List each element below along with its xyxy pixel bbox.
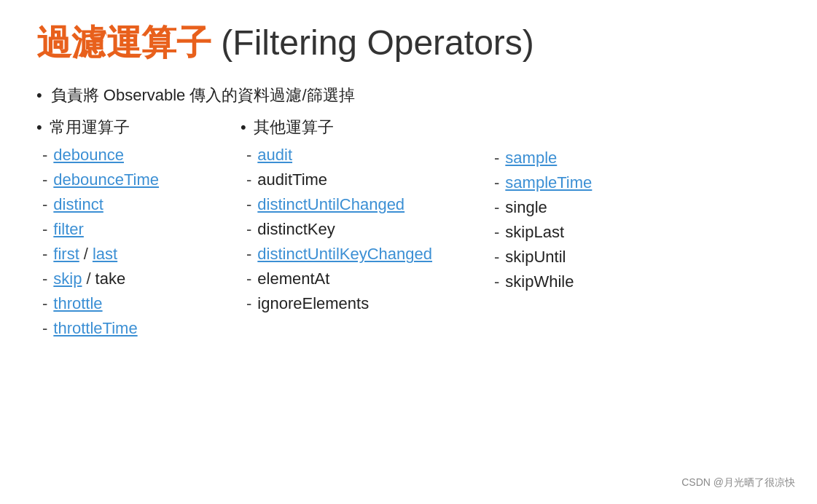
dash: - — [494, 223, 499, 242]
sample-link[interactable]: sample — [505, 149, 557, 168]
common-operators-label: 常用運算子 — [50, 117, 130, 138]
common-operators-column: • 常用運算子 - debounce - debounceTime - dist… — [36, 117, 241, 344]
dash: - — [494, 198, 499, 217]
common-operators-header: • 常用運算子 — [36, 117, 226, 138]
list-item-sample: - sample — [488, 149, 678, 168]
skipLast-text: skipLast — [505, 223, 564, 242]
page-title: 過濾運算子 (Filtering Operators) — [36, 22, 781, 64]
single-text: single — [505, 198, 547, 217]
dash: - — [246, 146, 251, 165]
skipWhile-text: skipWhile — [505, 272, 574, 291]
separator: / — [86, 269, 90, 288]
list-item-debounce: - debounce — [36, 146, 226, 165]
dash: - — [42, 245, 47, 264]
skipUntil-text: skipUntil — [505, 248, 566, 267]
dash: - — [494, 149, 499, 168]
bullet-dot-1: • — [36, 84, 42, 107]
filter-link[interactable]: filter — [53, 220, 84, 239]
extra-operators-column: - sample - sampleTime - single - skipLas… — [488, 117, 692, 297]
credit-text: CSDN @月光晒了很凉快 — [681, 476, 795, 489]
list-item-distinctUntilKeyChanged: - distinctUntilKeyChanged — [241, 245, 474, 264]
dash: - — [246, 220, 251, 239]
title-chinese: 過濾運算子 — [36, 23, 211, 62]
debounce-link[interactable]: debounce — [53, 146, 124, 165]
bullet-dot-2: • — [36, 118, 42, 137]
list-item-skip-take: - skip / take — [36, 269, 226, 288]
elementAt-text: elementAt — [257, 269, 329, 288]
throttle-link[interactable]: throttle — [53, 294, 102, 313]
dash: - — [494, 272, 499, 291]
throttleTime-link[interactable]: throttleTime — [53, 319, 137, 338]
audit-link[interactable]: audit — [257, 146, 292, 165]
list-item-skipLast: - skipLast — [488, 223, 678, 242]
list-item-skipUntil: - skipUntil — [488, 248, 678, 267]
other-operators-column: • 其他運算子 - audit - auditTime - distinctUn… — [241, 117, 488, 319]
distinctUntilKeyChanged-link[interactable]: distinctUntilKeyChanged — [257, 245, 432, 264]
auditTime-text: auditTime — [257, 170, 327, 189]
sampleTime-link[interactable]: sampleTime — [505, 173, 592, 192]
other-operators-label: 其他運算子 — [254, 117, 334, 138]
distinctUntilChanged-link[interactable]: distinctUntilChanged — [257, 195, 404, 214]
list-item-distinctUntilChanged: - distinctUntilChanged — [241, 195, 474, 214]
dash: - — [42, 294, 47, 313]
list-item-distinct: - distinct — [36, 195, 226, 214]
dash: - — [246, 245, 251, 264]
list-item-filter: - filter — [36, 220, 226, 239]
list-item-debounceTime: - debounceTime — [36, 170, 226, 189]
first-link[interactable]: first — [53, 245, 79, 264]
list-item-ignoreElements: - ignoreElements — [241, 294, 474, 313]
dash: - — [42, 170, 47, 189]
dash: - — [42, 146, 47, 165]
columns-container: • 常用運算子 - debounce - debounceTime - dist… — [36, 117, 781, 344]
dash: - — [246, 294, 251, 313]
distinctKey-text: distinctKey — [257, 220, 335, 239]
list-item-skipWhile: - skipWhile — [488, 272, 678, 291]
list-item-sampleTime: - sampleTime — [488, 173, 678, 192]
dash: - — [246, 195, 251, 214]
separator: / — [84, 245, 88, 264]
list-item-distinctKey: - distinctKey — [241, 220, 474, 239]
intro-text: 負責將 Observable 傳入的資料過濾/篩選掉 — [51, 84, 355, 106]
list-item-audit: - audit — [241, 146, 474, 165]
dash: - — [42, 220, 47, 239]
dash: - — [494, 173, 499, 192]
dash: - — [42, 269, 47, 288]
list-item-throttle: - throttle — [36, 294, 226, 313]
dash: - — [246, 170, 251, 189]
list-item-throttleTime: - throttleTime — [36, 319, 226, 338]
list-item-elementAt: - elementAt — [241, 269, 474, 288]
dash: - — [246, 269, 251, 288]
debounceTime-link[interactable]: debounceTime — [53, 170, 159, 189]
list-item-auditTime: - auditTime — [241, 170, 474, 189]
list-item-single: - single — [488, 198, 678, 217]
take-text: take — [95, 269, 126, 288]
last-link[interactable]: last — [93, 245, 117, 264]
other-operators-header: • 其他運算子 — [241, 117, 474, 138]
distinct-link[interactable]: distinct — [53, 195, 103, 214]
bullet-dot-3: • — [241, 118, 246, 137]
intro-bullet: • 負責將 Observable 傳入的資料過濾/篩選掉 — [36, 84, 781, 107]
skip-link[interactable]: skip — [53, 269, 82, 288]
title-english: (Filtering Operators) — [221, 23, 533, 62]
dash: - — [42, 319, 47, 338]
dash: - — [42, 195, 47, 214]
ignoreElements-text: ignoreElements — [257, 294, 369, 313]
list-item-first-last: - first / last — [36, 245, 226, 264]
dash: - — [494, 248, 499, 267]
